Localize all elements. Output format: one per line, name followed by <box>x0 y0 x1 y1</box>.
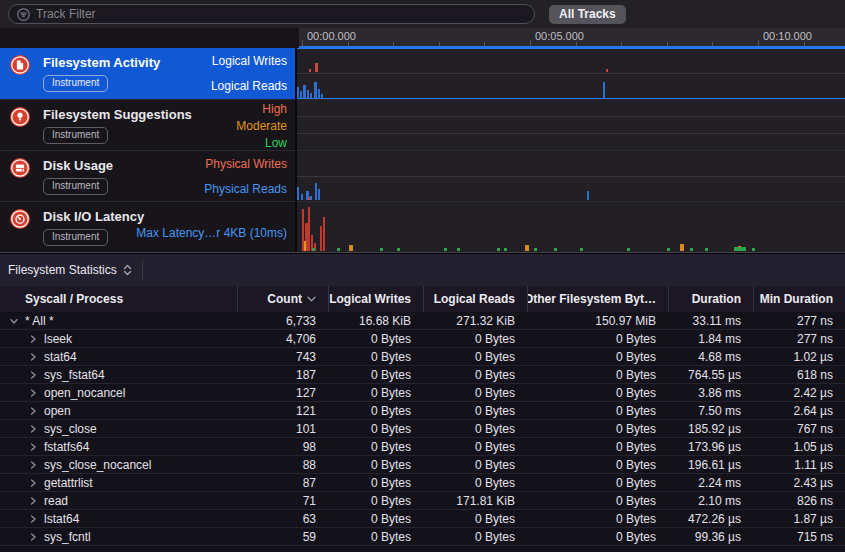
track-header-disk-usage[interactable]: Disk UsageInstrumentPhysical WritesPhysi… <box>0 150 297 201</box>
table-row[interactable]: getattrlist870 Bytes0 Bytes0 Bytes2.24 m… <box>0 474 845 492</box>
table-row[interactable]: sys_close_nocancel880 Bytes0 Bytes0 Byte… <box>0 456 845 474</box>
spike <box>309 69 311 72</box>
syscall-cell: sys_fstat64 <box>0 368 237 382</box>
value-cell-0: 743 <box>237 350 328 364</box>
chevron-right-icon[interactable] <box>29 407 37 415</box>
track-graph[interactable] <box>297 48 845 99</box>
value-cell-2: 0 Bytes <box>423 404 527 418</box>
filesystem-suggestions-icon <box>10 107 30 127</box>
chevron-right-icon[interactable] <box>29 371 37 379</box>
table-row[interactable]: open_nocancel1270 Bytes0 Bytes0 Bytes3.8… <box>0 384 845 402</box>
track-header-filesystem-suggestions[interactable]: Filesystem SuggestionsInstrumentHighMode… <box>0 99 297 150</box>
track-header-filesystem-activity[interactable]: Filesystem ActivityInstrumentLogical Wri… <box>0 48 297 99</box>
value-cell-5: 1.02 µs <box>753 350 845 364</box>
chevron-right-icon[interactable] <box>29 353 37 361</box>
value-cell-4: 196.61 µs <box>668 458 753 472</box>
spike <box>705 248 708 251</box>
track-row-filesystem-activity[interactable]: Filesystem ActivityInstrumentLogical Wri… <box>0 48 845 99</box>
value-cell-0: 4,706 <box>237 332 328 346</box>
value-cell-2: 0 Bytes <box>423 458 527 472</box>
table-row[interactable]: sys_fstat641870 Bytes0 Bytes0 Bytes764.5… <box>0 366 845 384</box>
value-cell-4: 1.84 ms <box>668 332 753 346</box>
column-header-3[interactable]: Logical Reads <box>423 286 527 312</box>
table-row[interactable]: sys_close1010 Bytes0 Bytes0 Bytes185.92 … <box>0 420 845 438</box>
track-lane <box>297 117 845 134</box>
track-name: Disk Usage <box>43 158 113 173</box>
chevron-right-icon[interactable] <box>29 515 37 523</box>
table-row[interactable]: * All *6,73316.68 KiB271.32 KiB150.97 Mi… <box>0 312 845 330</box>
instrument-badge: Instrument <box>43 127 108 144</box>
track-lane <box>297 202 845 252</box>
table-row[interactable]: lstat64630 Bytes0 Bytes0 Bytes472.26 µs1… <box>0 510 845 528</box>
column-header-0[interactable]: Syscall / Process <box>0 286 237 312</box>
value-cell-2: 0 Bytes <box>423 530 527 544</box>
spike <box>504 248 507 251</box>
track-lane <box>297 100 845 117</box>
value-cell-2: 0 Bytes <box>423 332 527 346</box>
timeline-ruler[interactable]: 00:00.00000:05.00000:10.000 <box>299 28 845 48</box>
chevron-right-icon[interactable] <box>29 389 37 397</box>
track-filter-input[interactable] <box>36 7 526 21</box>
detail-view-selector[interactable]: Filesystem Statistics <box>8 263 117 277</box>
chevron-right-icon[interactable] <box>29 497 37 505</box>
chevron-right-icon[interactable] <box>29 335 37 343</box>
value-cell-0: 63 <box>237 512 328 526</box>
chevron-down-icon[interactable] <box>10 317 18 325</box>
value-cell-1: 16.68 KiB <box>328 314 423 328</box>
value-cell-5: 618 ns <box>753 368 845 382</box>
syscall-cell: fstatfs64 <box>0 440 237 454</box>
table-row[interactable]: read710 Bytes171.81 KiB0 Bytes2.10 ms826… <box>0 492 845 510</box>
table-row[interactable]: open1210 Bytes0 Bytes0 Bytes7.50 ms2.64 … <box>0 402 845 420</box>
track-graph[interactable] <box>297 201 845 252</box>
lane-label: Physical Reads <box>204 182 287 196</box>
value-cell-5: 277 ns <box>753 314 845 328</box>
column-header-2[interactable]: Logical Writes <box>328 286 423 312</box>
all-tracks-button[interactable]: All Tracks <box>549 5 626 24</box>
track-header-disk-io-latency[interactable]: Disk I/O LatencyInstrumentMax Latency…r … <box>0 201 297 252</box>
track-graph[interactable] <box>297 150 845 201</box>
value-cell-3: 0 Bytes <box>527 332 668 346</box>
chevron-right-icon[interactable] <box>29 479 37 487</box>
value-cell-5: 826 ns <box>753 494 845 508</box>
syscall-name: getattrlist <box>44 476 93 490</box>
spike <box>318 189 320 200</box>
value-cell-1: 0 Bytes <box>328 512 423 526</box>
table-row[interactable]: fstatfs64980 Bytes0 Bytes0 Bytes173.96 µ… <box>0 438 845 456</box>
spike <box>300 91 302 98</box>
syscall-name: stat64 <box>44 350 77 364</box>
table-row[interactable]: lseek4,7060 Bytes0 Bytes0 Bytes1.84 ms27… <box>0 330 845 348</box>
value-cell-1: 0 Bytes <box>328 530 423 544</box>
value-cell-1: 0 Bytes <box>328 476 423 490</box>
column-header-6[interactable]: Min Duration <box>753 286 845 312</box>
chevron-right-icon[interactable] <box>29 425 37 433</box>
chevron-right-icon[interactable] <box>29 461 37 469</box>
value-cell-1: 0 Bytes <box>328 332 423 346</box>
track-graph[interactable] <box>297 99 845 150</box>
spike <box>349 245 353 251</box>
spike <box>534 248 537 251</box>
table-row[interactable]: sys_fcntl590 Bytes0 Bytes0 Bytes99.36 µs… <box>0 528 845 546</box>
updown-chevron-icon[interactable] <box>123 264 132 276</box>
value-cell-0: 127 <box>237 386 328 400</box>
value-cell-3: 150.97 MiB <box>527 314 668 328</box>
track-filter-field[interactable] <box>8 4 535 24</box>
value-cell-2: 0 Bytes <box>423 512 527 526</box>
value-cell-3: 0 Bytes <box>527 404 668 418</box>
ruler-tick-mark <box>484 42 485 46</box>
track-row-filesystem-suggestions[interactable]: Filesystem SuggestionsInstrumentHighMode… <box>0 99 845 150</box>
column-header-4[interactable]: Other Filesystem Byt… <box>527 286 668 312</box>
track-lane <box>297 177 845 202</box>
column-header-1[interactable]: Count <box>237 286 328 312</box>
track-row-disk-io-latency[interactable]: Disk I/O LatencyInstrumentMax Latency…r … <box>0 201 845 252</box>
table-row[interactable]: stat647430 Bytes0 Bytes0 Bytes4.68 ms1.0… <box>0 348 845 366</box>
syscall-name: lseek <box>44 332 72 346</box>
value-cell-3: 0 Bytes <box>527 422 668 436</box>
column-header-5[interactable]: Duration <box>668 286 753 312</box>
chevron-right-icon[interactable] <box>29 533 37 541</box>
track-row-disk-usage[interactable]: Disk UsageInstrumentPhysical WritesPhysi… <box>0 150 845 201</box>
spike <box>297 87 299 98</box>
spike <box>310 93 312 98</box>
ruler-tick-label: 00:00.000 <box>307 30 356 42</box>
ruler-tick-mark <box>302 40 303 46</box>
chevron-right-icon[interactable] <box>29 443 37 451</box>
